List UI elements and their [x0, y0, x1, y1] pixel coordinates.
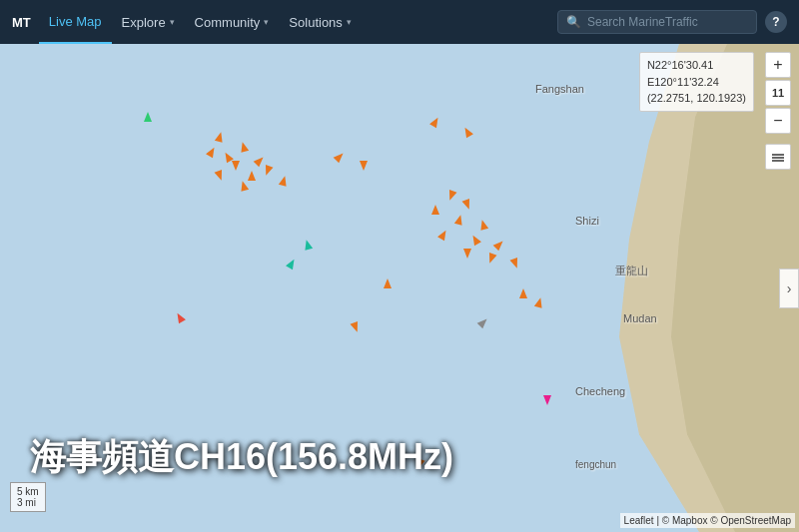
ship-icon[interactable] — [232, 161, 240, 171]
ship-icon[interactable] — [461, 126, 473, 139]
chevron-down-icon: ▾ — [347, 17, 352, 27]
chevron-down-icon: ▾ — [264, 17, 269, 27]
ship-icon[interactable] — [279, 175, 289, 187]
ship-icon[interactable] — [384, 278, 392, 288]
ship-icon[interactable] — [215, 131, 225, 143]
ship-icon[interactable] — [510, 258, 521, 269]
ship-icon[interactable] — [429, 116, 441, 129]
ship-icon[interactable] — [206, 145, 218, 158]
right-panel-toggle[interactable]: › — [779, 268, 799, 308]
ship-icon[interactable] — [414, 458, 425, 470]
ship-icon[interactable] — [462, 199, 473, 211]
map-type-button[interactable] — [765, 144, 791, 170]
ship-icon[interactable] — [144, 112, 152, 122]
ship-icon[interactable] — [360, 161, 368, 171]
site-logo: MT — [12, 15, 31, 30]
chevron-down-icon: ▾ — [170, 17, 175, 27]
ship-icon[interactable] — [215, 170, 226, 182]
nav-live-map[interactable]: Live Map — [39, 0, 112, 44]
scale-bar: 5 km 3 mi — [10, 482, 46, 512]
nav-explore[interactable]: Explore ▾ — [112, 0, 185, 44]
ship-icon[interactable] — [463, 249, 471, 259]
svg-rect-0 — [772, 154, 784, 156]
search-bar[interactable]: 🔍 — [557, 10, 757, 34]
label-fangshan: Fangshan — [535, 83, 584, 95]
zoom-out-button[interactable]: − — [765, 108, 791, 134]
ship-icon[interactable] — [543, 395, 551, 405]
zoom-level-display: 11 — [765, 80, 791, 106]
ship-icon[interactable] — [534, 296, 544, 308]
ship-icon[interactable] — [486, 253, 497, 265]
ship-icon[interactable] — [431, 205, 439, 215]
search-icon: 🔍 — [566, 15, 581, 29]
zoom-controls: + 11 − — [765, 52, 791, 134]
coord-lon: E120°11'32.24 — [647, 74, 746, 91]
navbar: MT Live Map Explore ▾ Community ▾ Soluti… — [0, 0, 799, 44]
ship-icon[interactable] — [437, 228, 449, 241]
svg-rect-1 — [772, 157, 784, 159]
ship-icon[interactable] — [239, 141, 249, 153]
ship-icon[interactable] — [478, 219, 488, 231]
ship-icon[interactable] — [446, 190, 457, 202]
help-button[interactable]: ? — [765, 11, 787, 33]
label-shizi: Shizi — [575, 215, 599, 227]
ship-icon[interactable] — [239, 180, 249, 192]
ship-icon[interactable] — [477, 315, 490, 328]
ship-icon[interactable] — [351, 321, 362, 333]
nav-solutions[interactable]: Solutions ▾ — [279, 0, 361, 44]
zoom-in-button[interactable]: + — [765, 52, 791, 78]
svg-rect-2 — [772, 160, 784, 162]
search-input[interactable] — [587, 15, 748, 29]
ship-icon[interactable] — [334, 150, 347, 163]
scale-km: 5 km — [17, 486, 39, 497]
label-fengchun: fengchun — [575, 459, 616, 470]
map-container[interactable]: Fangshan Shizi 重龍山 Mudan Checheng fengch… — [0, 44, 799, 532]
ship-icon[interactable] — [174, 311, 186, 324]
ship-icon[interactable] — [469, 233, 481, 246]
map-attribution: Leaflet | © Mapbox © OpenStreetMap — [620, 513, 795, 528]
coordinates-display: N22°16'30.41 E120°11'32.24 (22.2751, 120… — [639, 52, 754, 112]
ship-icon[interactable] — [248, 171, 256, 181]
overlay-text: 海事頻道CH16(156.8MHz) — [30, 433, 453, 482]
nav-community[interactable]: Community ▾ — [185, 0, 280, 44]
layers-icon — [770, 149, 786, 165]
ship-icon[interactable] — [263, 165, 274, 177]
coord-decimal: (22.2751, 120.1923) — [647, 90, 746, 107]
ship-icon[interactable] — [454, 214, 464, 226]
ship-icon[interactable] — [493, 238, 506, 251]
ship-icon[interactable] — [303, 239, 313, 251]
label-checheng: Checheng — [575, 385, 625, 397]
scale-mi: 3 mi — [17, 497, 39, 508]
coord-lat: N22°16'30.41 — [647, 57, 746, 74]
ship-icon[interactable] — [286, 258, 298, 270]
ship-icon[interactable] — [519, 288, 527, 298]
